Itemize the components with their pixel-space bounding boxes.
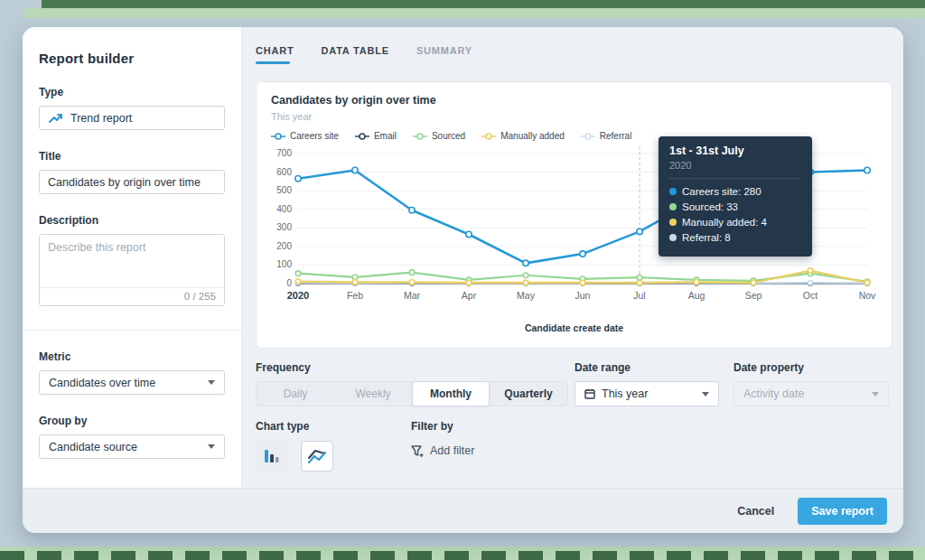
type-label: Type — [39, 86, 225, 98]
report-builder-window: Report builder Type Trend report Title D… — [23, 27, 903, 533]
frequency-option-daily[interactable]: Daily — [257, 382, 334, 406]
series-dot-icon — [669, 203, 677, 210]
svg-text:Nov: Nov — [859, 290, 876, 301]
decorative-frame-top-dark — [42, 0, 925, 8]
title-label: Title — [39, 150, 225, 163]
date-property-label: Date property — [733, 361, 889, 374]
filter-by-control: Filter by Add filter — [411, 420, 474, 457]
calendar-icon — [584, 388, 595, 399]
group-by-label: Group by — [39, 415, 225, 427]
legend-label: Referral — [600, 131, 632, 141]
bar-chart-type-button[interactable] — [256, 441, 288, 471]
metric-label: Metric — [39, 350, 225, 363]
date-range-value: This year — [602, 387, 648, 400]
legend-marker-icon — [581, 132, 595, 141]
legend-item[interactable]: Sourced — [413, 131, 465, 141]
tooltip-row-text: Careers site: 280 — [682, 186, 761, 197]
chevron-down-icon — [208, 380, 215, 385]
bar-chart-icon — [263, 447, 281, 465]
view-tabs: CHART DATA TABLE SUMMARY — [256, 45, 472, 64]
tooltip-row: Careers site: 280 — [669, 186, 801, 197]
legend-item[interactable]: Manually added — [481, 131, 565, 141]
cancel-button[interactable]: Cancel — [737, 505, 774, 518]
metric-select[interactable]: Candidates over time — [39, 370, 225, 395]
frequency-label: Frequency — [256, 361, 568, 374]
title-input[interactable] — [39, 170, 225, 194]
decorative-frame-top-light — [23, 8, 925, 18]
frequency-segmented-control: Daily Weekly Monthly Quarterly — [256, 381, 568, 406]
group-by-select[interactable]: Candidate source — [39, 434, 225, 459]
chevron-down-icon — [208, 444, 215, 449]
svg-text:700: 700 — [276, 148, 292, 158]
legend-label: Manually added — [500, 131, 565, 141]
svg-text:Feb: Feb — [347, 290, 363, 301]
legend-item[interactable]: Referral — [581, 131, 632, 141]
date-range-select[interactable]: This year — [575, 381, 719, 406]
tooltip-row: Manually added: 4 — [669, 217, 801, 228]
group-by-value: Candidate source — [49, 441, 137, 453]
legend-label: Sourced — [432, 131, 465, 141]
svg-text:Aug: Aug — [688, 290, 705, 301]
page-title: Report builder — [39, 51, 225, 66]
svg-text:2020: 2020 — [287, 290, 309, 301]
x-axis-title: Candidate create date — [271, 322, 877, 333]
add-filter-button[interactable]: Add filter — [411, 444, 474, 457]
save-report-button[interactable]: Save report — [798, 498, 887, 525]
chevron-down-icon — [872, 392, 879, 397]
series-dot-icon — [669, 188, 677, 195]
tab-data-table[interactable]: DATA TABLE — [322, 45, 389, 64]
legend-label: Email — [374, 131, 397, 141]
svg-text:Apr: Apr — [462, 290, 477, 301]
legend-marker-icon — [481, 132, 496, 141]
legend-marker-icon — [413, 132, 427, 141]
chart-card: Candidates by origin over time This year… — [256, 81, 892, 349]
type-field[interactable]: Trend report — [39, 106, 225, 130]
legend-item[interactable]: Email — [355, 131, 397, 141]
frequency-option-quarterly[interactable]: Quarterly — [490, 382, 567, 406]
chart-subtitle: This year — [271, 111, 877, 122]
description-char-counter: 0 / 255 — [40, 287, 224, 305]
svg-text:300: 300 — [276, 222, 292, 232]
svg-text:500: 500 — [276, 185, 292, 195]
legend-marker-icon — [355, 132, 369, 141]
svg-text:Jul: Jul — [633, 290, 645, 301]
line-chart-type-button[interactable] — [301, 441, 333, 471]
description-field: 0 / 255 — [39, 234, 225, 306]
footer-bar: Cancel Save report — [23, 488, 903, 533]
svg-text:May: May — [517, 290, 536, 301]
svg-text:Jun: Jun — [575, 290, 591, 301]
frequency-option-monthly[interactable]: Monthly — [412, 381, 490, 406]
chevron-down-icon — [702, 392, 709, 397]
chart-tooltip: 1st - 31st July 2020 Careers site: 280So… — [659, 136, 812, 257]
add-filter-label: Add filter — [430, 444, 474, 457]
tooltip-row-text: Referral: 8 — [682, 232, 731, 243]
tab-summary[interactable]: SUMMARY — [416, 45, 472, 64]
trend-report-icon — [49, 113, 63, 124]
svg-text:Mar: Mar — [404, 290, 421, 301]
frequency-option-weekly[interactable]: Weekly — [334, 382, 412, 406]
date-range-control: Date range This year — [575, 361, 719, 406]
tooltip-subtitle: 2020 — [669, 160, 801, 171]
tab-chart[interactable]: CHART — [256, 45, 294, 64]
description-input[interactable] — [40, 235, 224, 287]
svg-text:600: 600 — [276, 167, 292, 177]
date-property-control: Date property Activity date — [733, 361, 889, 406]
svg-text:400: 400 — [276, 204, 292, 214]
svg-text:100: 100 — [276, 259, 292, 269]
report-builder-sidebar: Report builder Type Trend report Title D… — [23, 27, 242, 488]
chart-type-label: Chart type — [256, 420, 333, 433]
series-dot-icon — [669, 234, 677, 241]
svg-text:Oct: Oct — [803, 290, 818, 301]
decorative-frame-bottom-dashes — [0, 551, 925, 560]
svg-text:0: 0 — [286, 278, 292, 288]
tooltip-row: Referral: 8 — [669, 232, 801, 243]
tooltip-row-text: Sourced: 33 — [682, 201, 738, 212]
date-property-select: Activity date — [733, 381, 889, 406]
legend-item[interactable]: Careers site — [271, 131, 339, 141]
tooltip-title: 1st - 31st July — [669, 145, 801, 157]
frequency-control: Frequency Daily Weekly Monthly Quarterly — [256, 361, 568, 406]
legend-label: Careers site — [290, 131, 339, 141]
legend-marker-icon — [271, 132, 285, 141]
svg-text:200: 200 — [276, 241, 292, 251]
tooltip-row-text: Manually added: 4 — [682, 217, 767, 228]
